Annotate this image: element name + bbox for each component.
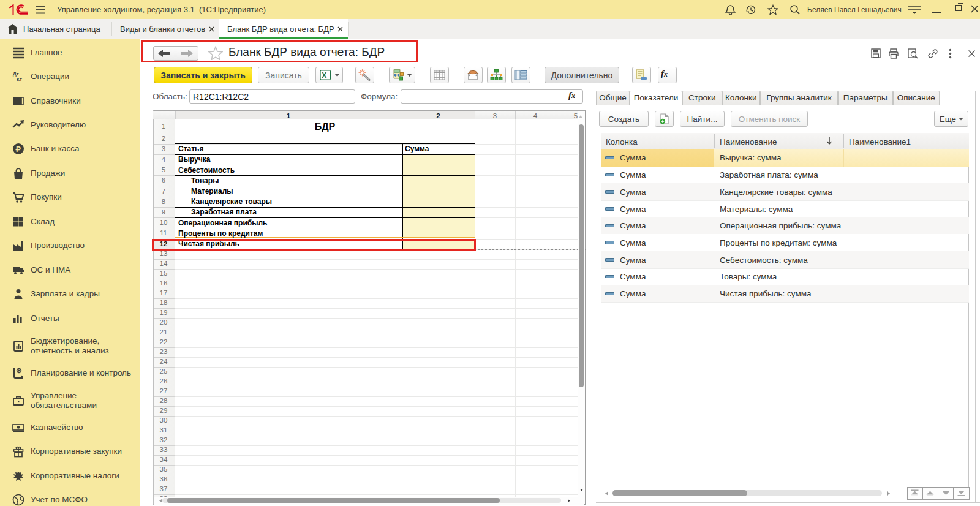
- svg-text:Р: Р: [16, 145, 21, 154]
- svg-text:X: X: [322, 71, 326, 80]
- svg-text:Кт: Кт: [17, 77, 22, 82]
- svg-text:Дт: Дт: [13, 71, 19, 77]
